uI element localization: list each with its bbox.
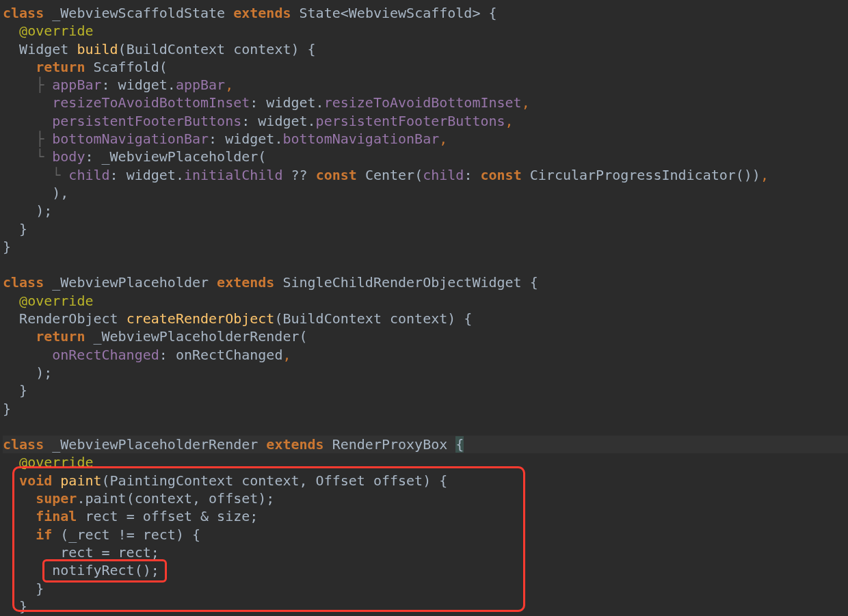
code-editor[interactable]: class _WebviewScaffoldState extends Stat…: [0, 0, 848, 615]
code-line: _rect = rect;: [3, 544, 159, 561]
code-line: ├ appBar: widget.appBar,: [3, 77, 233, 93]
code-line: return Scaffold(: [3, 59, 168, 75]
code-line: }: [3, 580, 44, 597]
code-line: onRectChanged: onRectChanged,: [3, 347, 291, 363]
code-line: notifyRect();: [3, 562, 159, 578]
code-line: Widget build(BuildContext context) {: [3, 41, 316, 57]
code-line: ├ bottomNavigationBar: widget.bottomNavi…: [3, 131, 447, 147]
code-line: if (_rect != rect) {: [3, 526, 200, 543]
code-line: return _WebviewPlaceholderRender(: [3, 328, 308, 345]
code-line: └ child: widget.initialChild ?? const Ce…: [3, 167, 769, 183]
code-line: class _WebviewScaffoldState extends Stat…: [3, 5, 497, 21]
code-line: }: [3, 239, 11, 255]
code-line: );: [3, 202, 52, 219]
code-line: }: [3, 221, 27, 237]
code-line: class _WebviewPlaceholder extends Single…: [3, 274, 538, 291]
code-line: └ body: _WebviewPlaceholder(: [3, 148, 266, 165]
code-line: }: [3, 598, 27, 615]
code-line: resizeToAvoidBottomInset: widget.resizeT…: [3, 94, 530, 111]
code-line: @override: [3, 293, 93, 309]
code-line: ),: [3, 185, 68, 201]
code-line: RenderObject createRenderObject(BuildCon…: [3, 310, 472, 327]
code-line: super.paint(context, offset);: [3, 490, 274, 507]
code-line: @override: [3, 23, 93, 39]
code-line: }: [3, 382, 27, 399]
code-line-current: class _WebviewPlaceholderRender extends …: [3, 436, 848, 453]
code-line: persistentFooterButtons: widget.persiste…: [3, 113, 514, 129]
code-line: final rect = offset & size;: [3, 508, 258, 524]
code-line: @override: [3, 454, 93, 470]
code-line: }: [3, 401, 11, 417]
code-line: void paint(PaintingContext context, Offs…: [3, 472, 447, 489]
code-line: );: [3, 364, 52, 381]
